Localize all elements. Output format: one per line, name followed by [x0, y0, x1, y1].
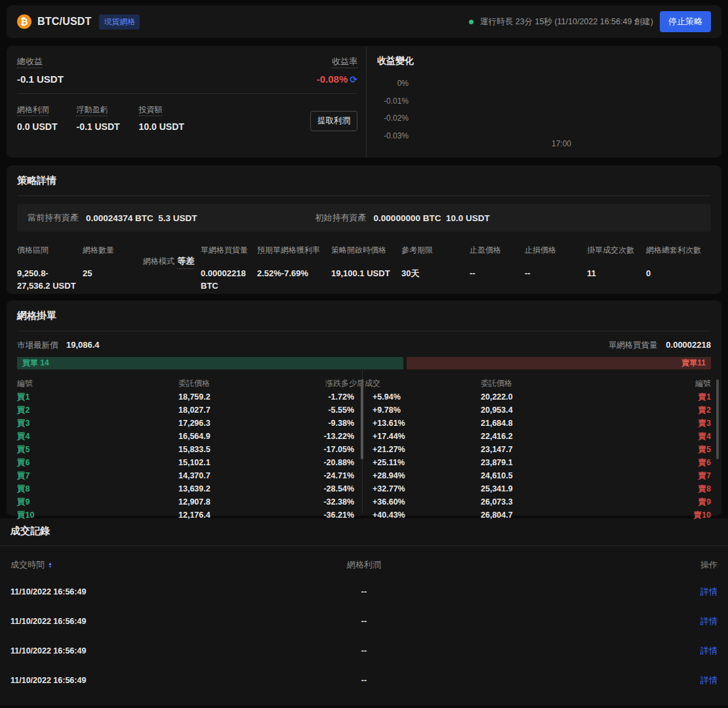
strategy-stat-value: 30天: [401, 267, 466, 280]
sell-order-id: 賣5: [698, 445, 711, 454]
strategy-stat: 網格總套利次數 0: [646, 243, 711, 292]
buy-order-pct: -13.22%: [257, 432, 354, 441]
initial-assets-value: 0.00000000 BTC 10.0 USDT: [374, 213, 490, 223]
strategy-stat-value: 19,100.1 USDT: [331, 267, 397, 280]
buy-order-price: 15,102.1: [178, 458, 257, 467]
header-sell-price: 委託價格: [449, 378, 619, 389]
grid-order-row: 買1 18,759.2 -1.72% +5.94% 20,222.0 賣1: [17, 390, 711, 404]
header-pct: 漲跌多少后成交: [257, 378, 449, 389]
sort-icon[interactable]: ▲▼: [48, 562, 52, 568]
buy-order-pct: -9.38%: [257, 419, 354, 428]
strategy-stat-label: 掛單成交次數: [587, 245, 634, 255]
sell-order-price: 20,953.4: [449, 406, 619, 415]
trade-time: 11/10/2022 16:56:49: [10, 676, 246, 685]
grid-mid-scrollbar-thumb[interactable]: [361, 379, 363, 459]
strategy-stat-label: 網格總套利次數: [646, 245, 701, 255]
initial-assets-label: 初始持有資產: [315, 212, 367, 224]
sell-order-pct: +5.94%: [370, 392, 449, 402]
sell-order-price: 21,684.8: [449, 419, 619, 428]
buy-orders-bar: 買單 14: [17, 357, 403, 369]
grid-order-row: 買9 12,907.8 -32.38% +36.60% 26,073.3 賣9: [17, 495, 711, 509]
current-assets-value: 0.00024374 BTC 5.3 USDT: [86, 213, 197, 223]
trade-records-panel: 成交記錄 成交時間 ▲▼ 網格利潤 操作 11/10/2022 16:56:49…: [0, 518, 728, 705]
strategy-details-title: 策略詳情: [17, 175, 711, 187]
trade-time: 11/10/2022 16:56:49: [10, 617, 246, 626]
grid-order-row: 買5 15,833.5 -17.05% +21.27% 23,147.7 賣5: [17, 443, 711, 456]
roi-label: 收益率: [332, 56, 357, 68]
trade-details-link[interactable]: 詳情: [700, 587, 718, 596]
grid-orders-divider: [17, 331, 711, 331]
trade-records-title: 成交記錄: [10, 525, 718, 537]
sell-order-id: 賣2: [698, 406, 711, 415]
sell-order-price: 22,416.2: [449, 432, 619, 441]
sell-order-price: 26,073.3: [449, 497, 619, 507]
buy-order-id: 買4: [17, 432, 30, 441]
buy-order-price: 15,833.5: [178, 445, 257, 454]
sell-order-price: 24,610.5: [449, 471, 619, 480]
buy-order-price: 12,907.8: [178, 497, 257, 507]
sell-order-pct: +17.44%: [370, 432, 449, 441]
strategy-stat-value: 0.00002218 BTC: [201, 267, 253, 292]
sell-order-id: 賣8: [698, 484, 711, 493]
trade-profit: --: [246, 587, 481, 596]
trade-details-link[interactable]: 詳情: [700, 675, 718, 685]
strategy-stat: 策略開啟時價格 19,100.1 USDT: [331, 243, 401, 292]
grid-rows: 買1 18,759.2 -1.72% +5.94% 20,222.0 賣1 買2…: [17, 390, 711, 522]
header-action: 操作: [482, 559, 718, 571]
trade-row: 11/10/2022 16:56:49 -- 詳情: [10, 577, 718, 606]
header-trade-time[interactable]: 成交時間: [10, 559, 45, 571]
strategy-stat-value: 2.52%-7.69%: [257, 267, 327, 280]
sell-orders-bar: 賣單11: [407, 357, 711, 369]
trade-row: 11/10/2022 16:56:49 -- 詳情: [10, 695, 718, 705]
trade-details-link[interactable]: 詳情: [700, 616, 718, 626]
strategy-stats-row: 價格區間 9,250.8-27,536.2 USDT 網格數量 25 網格模式 …: [17, 243, 711, 292]
total-pnl-value: -0.1 USDT: [17, 73, 64, 85]
strategy-stat-label: 止損價格: [525, 245, 556, 255]
stop-strategy-button[interactable]: 停止策略: [660, 11, 711, 32]
grid-orders-panel: 網格掛單 市場最新價 19,086.4 單網格買貨量 0.00002218 買單…: [7, 301, 721, 516]
header-buy-price: 委託價格: [178, 378, 257, 389]
header-grid-profit: 網格利潤: [246, 559, 481, 571]
roi-value: -0.08%: [317, 73, 348, 85]
grid-order-row: 買3 17,296.3 -9.38% +13.61% 21,684.8 賣3: [17, 417, 711, 430]
sell-order-pct: +28.94%: [370, 471, 449, 480]
buy-order-price: 18,027.7: [178, 406, 257, 415]
trade-table-header: 成交時間 ▲▼ 網格利潤 操作: [10, 559, 718, 571]
strategy-stat: 網格數量 25: [83, 243, 143, 292]
strategy-stat-label: 網格模式: [143, 257, 174, 266]
sell-order-id: 賣4: [698, 432, 711, 441]
grid-order-row: 買10 12,176.4 -36.21% +40.43% 26,804.7 賣1…: [17, 509, 711, 522]
buy-order-pct: -5.55%: [257, 406, 354, 415]
withdraw-profit-button[interactable]: 提取利潤: [310, 111, 357, 131]
strategy-stat-label: 參考期限: [401, 245, 433, 255]
buy-order-price: 14,370.7: [178, 471, 257, 480]
grid-right-scrollbar-thumb[interactable]: [716, 379, 719, 459]
buy-order-price: 17,296.3: [178, 419, 257, 428]
grid-orders-title: 網格掛單: [17, 310, 711, 322]
strategy-stat: 單網格買貨量 0.00002218 BTC: [201, 243, 257, 292]
grid-order-row: 買2 18,027.7 -5.55% +9.78% 20,953.4 賣2: [17, 404, 711, 417]
buy-order-pct: -36.21%: [257, 510, 354, 520]
sell-order-price: 23,147.7: [449, 445, 619, 454]
grid-order-row: 買4 16,564.9 -13.22% +17.44% 22,416.2 賣4: [17, 430, 711, 443]
buy-order-id: 買6: [17, 458, 30, 467]
sell-order-pct: +40.43%: [370, 510, 449, 520]
strategy-stat: 網格模式 等差: [143, 243, 201, 292]
sell-order-id: 賣7: [698, 471, 711, 480]
strategy-stat-value: 0: [646, 267, 707, 280]
buy-order-id: 買9: [17, 497, 30, 507]
buy-order-pct: -32.38%: [257, 497, 354, 507]
share-refresh-icon[interactable]: ⟳: [350, 74, 357, 85]
sell-order-id: 賣10: [694, 510, 711, 520]
summary-panel: 總收益 -0.1 USDT 收益率 -0.08%⟳ 網格利潤 0.0 USDT …: [7, 46, 721, 157]
grid-orders-table: 編號 委託價格 漲跌多少后成交 委託價格 編號 買1 18,759.2 -1.7…: [17, 376, 711, 522]
trade-details-link[interactable]: 詳情: [700, 646, 718, 656]
summary-divider: [17, 93, 357, 94]
per-grid-value: 0.00002218: [666, 340, 711, 350]
strategy-stat-label: 策略開啟時價格: [331, 245, 386, 255]
strategy-stat: 價格區間 9,250.8-27,536.2 USDT: [17, 243, 83, 292]
trade-row: 11/10/2022 16:56:49 -- 詳情: [10, 636, 718, 665]
strategy-stat: 止損價格 --: [525, 243, 587, 292]
trade-details-link[interactable]: 詳情: [700, 705, 718, 706]
buy-order-id: 買3: [17, 419, 30, 428]
